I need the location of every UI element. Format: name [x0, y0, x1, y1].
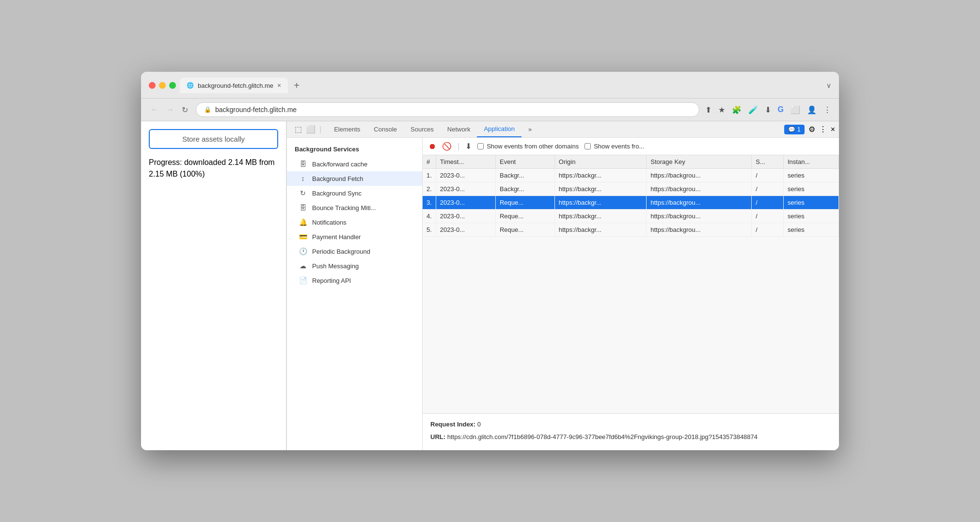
col-storage-key: Storage Key: [647, 155, 752, 169]
record-button[interactable]: ⏺: [428, 142, 436, 151]
responsive-icon[interactable]: ⬜: [306, 125, 316, 134]
notifications-badge[interactable]: 💬 1: [784, 125, 805, 134]
traffic-lights: [149, 82, 176, 89]
cell-storage-key: https://backgrou...: [647, 196, 752, 210]
events-table: # Timest... Event Origin Storage Key S..…: [423, 155, 839, 237]
bookmark-icon[interactable]: ★: [718, 105, 725, 114]
extensions-icon[interactable]: 🧩: [732, 105, 742, 114]
tab-close-button[interactable]: ×: [277, 82, 281, 89]
media-icon[interactable]: ⬜: [790, 105, 800, 114]
devtools-action-bar: ⏺ 🚫 | ⬇ Show events from other domains S…: [423, 138, 839, 155]
cell-num: 5.: [423, 223, 436, 237]
cell-event: Reque...: [495, 196, 554, 210]
cell-s: /: [752, 196, 784, 210]
sidebar-item-label: Payment Handler: [312, 233, 361, 241]
col-timestamp: Timest...: [436, 155, 495, 169]
show-other-domains-input[interactable]: [477, 143, 484, 149]
tab-console[interactable]: Console: [367, 122, 404, 137]
devtools-toolbar: ⬚ ⬜ | Elements Console Sources Network A…: [287, 121, 839, 138]
show-events-fro-input[interactable]: [585, 143, 591, 149]
refresh-button[interactable]: ↻: [180, 104, 190, 115]
notification-count: 1: [797, 126, 801, 133]
cell-event: Reque...: [495, 223, 554, 237]
menu-icon[interactable]: ⋮: [823, 105, 831, 114]
cell-instance: series: [783, 182, 838, 196]
minimize-button[interactable]: [159, 82, 166, 89]
sidebar-item-push-messaging[interactable]: ☁ Push Messaging: [287, 259, 422, 273]
browser-tab[interactable]: 🌐 background-fetch.glitch.me ×: [180, 78, 288, 93]
show-events-fro-checkbox[interactable]: Show events fro...: [585, 143, 644, 150]
nav-buttons: ← → ↻: [149, 104, 190, 115]
clear-button[interactable]: 🚫: [442, 142, 452, 151]
maximize-button[interactable]: [169, 82, 176, 89]
close-button[interactable]: [149, 82, 156, 89]
sidebar-section-title: Background Services: [287, 142, 422, 157]
table-row[interactable]: 2. 2023-0... Backgr... https://backgr...…: [423, 182, 839, 196]
devtools-main: ⏺ 🚫 | ⬇ Show events from other domains S…: [423, 138, 839, 450]
devtools-icon-group: ⬚ ⬜ |: [291, 125, 325, 134]
tab-elements[interactable]: Elements: [327, 122, 367, 137]
share-icon[interactable]: ⬆: [705, 105, 711, 114]
sidebar-item-periodic-background[interactable]: 🕐 Periodic Background: [287, 244, 422, 259]
settings-icon[interactable]: ⚙: [808, 125, 815, 134]
cell-num: 3.: [423, 196, 436, 210]
address-input[interactable]: 🔒 background-fetch.glitch.me: [196, 102, 699, 117]
new-tab-button[interactable]: +: [290, 78, 303, 93]
url-label: URL:: [430, 433, 447, 440]
table-row[interactable]: 4. 2023-0... Reque... https://backgr... …: [423, 210, 839, 223]
devtools-panel: ⬚ ⬜ | Elements Console Sources Network A…: [286, 121, 839, 450]
cell-storage-key: https://backgrou...: [647, 210, 752, 223]
table-row[interactable]: 5. 2023-0... Reque... https://backgr... …: [423, 223, 839, 237]
cell-origin: https://backgr...: [554, 223, 647, 237]
push-messaging-icon: ☁: [299, 262, 307, 270]
cell-s: /: [752, 223, 784, 237]
cell-timestamp: 2023-0...: [436, 210, 495, 223]
sidebar-item-back-forward-cache[interactable]: 🗄 Back/forward cache: [287, 157, 422, 171]
request-index-value: 0: [477, 421, 481, 428]
sidebar-item-payment-handler[interactable]: 💳 Payment Handler: [287, 229, 422, 244]
sidebar-item-label: Background Fetch: [312, 175, 364, 182]
tab-more[interactable]: »: [522, 122, 538, 137]
tab-dropdown-button[interactable]: ∨: [826, 82, 831, 89]
reporting-api-icon: 📄: [299, 277, 307, 284]
lighthouse-icon[interactable]: 🧪: [748, 105, 758, 114]
cell-timestamp: 2023-0...: [436, 223, 495, 237]
events-table-wrapper: # Timest... Event Origin Storage Key S..…: [423, 155, 839, 413]
google-icon[interactable]: G: [778, 105, 784, 114]
download-icon[interactable]: ⬇: [765, 105, 771, 114]
cursor-icon[interactable]: ⬚: [295, 125, 302, 134]
tab-sources[interactable]: Sources: [404, 122, 441, 137]
progress-text: Progress: downloaded 2.14 MB from 2.15 M…: [141, 157, 286, 180]
show-other-domains-checkbox[interactable]: Show events from other domains: [477, 143, 579, 150]
table-row[interactable]: 3. 2023-0... Reque... https://backgr... …: [423, 196, 839, 210]
browser-toolbar-right: ⬆ ★ 🧩 🧪 ⬇ G ⬜ 👤 ⋮: [705, 105, 831, 114]
cell-event: Reque...: [495, 210, 554, 223]
download-events-button[interactable]: ⬇: [465, 142, 472, 151]
cell-storage-key: https://backgrou...: [647, 169, 752, 182]
back-button[interactable]: ←: [149, 104, 160, 115]
chat-icon: 💬: [788, 126, 795, 133]
tab-network[interactable]: Network: [441, 122, 477, 137]
sidebar-item-background-fetch[interactable]: ↕ Background Fetch: [287, 171, 422, 186]
table-header-row: # Timest... Event Origin Storage Key S..…: [423, 155, 839, 169]
kebab-menu-icon[interactable]: ⋮: [819, 125, 827, 134]
close-devtools-button[interactable]: ×: [831, 125, 835, 134]
sidebar-item-notifications[interactable]: 🔔 Notifications: [287, 215, 422, 229]
forward-button[interactable]: →: [164, 104, 176, 115]
sidebar-item-reporting-api[interactable]: 📄 Reporting API: [287, 273, 422, 288]
sidebar-item-label: Background Sync: [312, 190, 362, 197]
back-forward-icon: 🗄: [299, 160, 307, 168]
cell-event: Backgr...: [495, 182, 554, 196]
store-assets-button[interactable]: Store assets locally: [149, 129, 278, 149]
sidebar-item-bounce-tracking[interactable]: 🗄 Bounce Tracking Miti...: [287, 200, 422, 215]
table-row[interactable]: 1. 2023-0... Backgr... https://backgr...…: [423, 169, 839, 182]
devtools-right: 💬 1 ⚙ ⋮ ×: [784, 125, 835, 134]
tab-application[interactable]: Application: [477, 121, 522, 137]
sidebar-item-label: Periodic Background: [312, 248, 370, 255]
cell-event: Backgr...: [495, 169, 554, 182]
sidebar-item-label: Reporting API: [312, 277, 351, 284]
profile-icon[interactable]: 👤: [807, 105, 817, 114]
devtools-sidebar: Background Services 🗄 Back/forward cache…: [287, 138, 423, 450]
sidebar-item-background-sync[interactable]: ↻ Background Sync: [287, 186, 422, 200]
cell-timestamp: 2023-0...: [436, 169, 495, 182]
